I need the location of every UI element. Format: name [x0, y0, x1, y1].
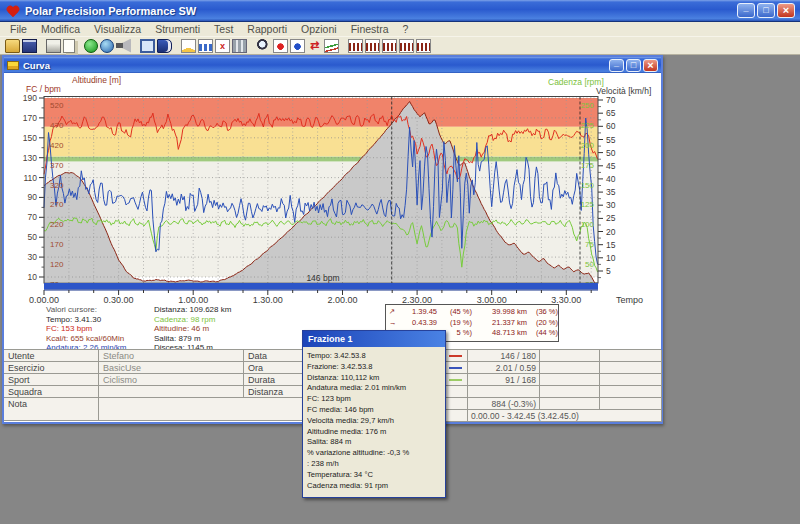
- summary-value: [600, 398, 662, 410]
- curva-minimize-button[interactable]: [609, 59, 624, 72]
- hr-view-5-icon[interactable]: [416, 39, 431, 53]
- field-value[interactable]: BasicUse: [99, 362, 244, 374]
- menu-item-test[interactable]: Test: [207, 23, 240, 35]
- svg-text:10: 10: [606, 253, 616, 263]
- popup-stat-line: Frazione: 3.42.53.8: [307, 362, 442, 373]
- svg-text:60: 60: [606, 121, 616, 131]
- field-value[interactable]: Ciclismo: [99, 374, 244, 386]
- curva-titlebar[interactable]: Curva: [4, 57, 661, 73]
- svg-text:10: 10: [28, 272, 38, 282]
- cursor-value-line: Altitudine: 46 m: [154, 324, 284, 334]
- svg-text:200: 200: [581, 141, 595, 150]
- speaker-icon[interactable]: [116, 39, 131, 53]
- chart-blue-marker-icon[interactable]: [290, 39, 305, 53]
- svg-text:50: 50: [28, 232, 38, 242]
- curva-maximize-button[interactable]: [626, 59, 641, 72]
- minimize-button[interactable]: [737, 3, 755, 18]
- summary-footer-row: 0.00.00 - 3.42.45 (3.42.45.0): [444, 410, 661, 422]
- save-icon[interactable]: [22, 39, 37, 53]
- menu-item-opzioni[interactable]: Opzioni: [294, 23, 344, 35]
- menu-item-rapporti[interactable]: Rapporti: [240, 23, 294, 35]
- print-icon[interactable]: [46, 39, 61, 53]
- svg-text:170: 170: [23, 113, 37, 123]
- summary-value: 884 (-0.3%): [468, 398, 540, 410]
- field-label: Utente: [4, 350, 99, 362]
- svg-text:30: 30: [606, 200, 616, 210]
- summary-value: [600, 386, 662, 398]
- svg-text:125: 125: [581, 200, 595, 209]
- svg-text:220: 220: [50, 220, 64, 229]
- svg-text:110: 110: [23, 173, 37, 183]
- toolbar-separator: [340, 39, 347, 53]
- chart-red-marker-icon[interactable]: [273, 39, 288, 53]
- summary-row: 91 / 168: [444, 374, 661, 386]
- cursor-value-line: Cadenza: 98 rpm: [154, 315, 284, 325]
- summary-row: 146 / 180: [444, 350, 661, 362]
- svg-text:1.00.00: 1.00.00: [178, 295, 208, 305]
- svg-text:50: 50: [585, 260, 594, 269]
- hr-view-3-icon[interactable]: [382, 39, 397, 53]
- summary-value: 2.01 / 0.59: [468, 362, 540, 374]
- toolbar-separator: [38, 39, 45, 53]
- menu-item-help[interactable]: ?: [396, 23, 416, 35]
- svg-text:5: 5: [606, 266, 611, 276]
- series-dash-icon: [444, 410, 468, 422]
- hr-view-1-icon[interactable]: [348, 39, 363, 53]
- cursor-value-line: Kcal/t: 655 kcal/60Min: [46, 334, 156, 344]
- menu-item-modifica[interactable]: Modifica: [34, 23, 87, 35]
- tooltip-row: →0.43.39(19 %)21.337 km(20 %): [389, 318, 555, 329]
- menu-item-visualizza[interactable]: Visualizza: [87, 23, 148, 35]
- curva-close-button[interactable]: [643, 59, 658, 72]
- close-button[interactable]: [777, 3, 795, 18]
- open-icon[interactable]: [5, 39, 20, 53]
- menu-item-finestra[interactable]: Finestra: [344, 23, 396, 35]
- frazione-popup-titlebar[interactable]: Frazione 1: [303, 331, 445, 347]
- field-value[interactable]: [99, 386, 244, 398]
- restore-button[interactable]: [757, 3, 775, 18]
- diary-icon[interactable]: [157, 39, 172, 53]
- columns-icon[interactable]: [232, 39, 247, 53]
- toolbar-separator: [76, 39, 83, 53]
- export-chart-icon[interactable]: [215, 39, 230, 53]
- monitor-icon[interactable]: [140, 39, 155, 53]
- menu-item-file[interactable]: File: [3, 23, 34, 35]
- svg-text:35: 35: [606, 187, 616, 197]
- swap-icon[interactable]: ⇄: [307, 39, 322, 53]
- svg-text:190: 190: [23, 93, 37, 103]
- hr-view-2-icon[interactable]: [365, 39, 380, 53]
- svg-text:100: 100: [581, 220, 595, 229]
- svg-text:50: 50: [606, 148, 616, 158]
- series-dash-icon: [444, 374, 468, 386]
- svg-text:65: 65: [606, 108, 616, 118]
- series-dash-icon: [444, 398, 468, 410]
- curva-chart[interactable]: 5202501904702251704202001503701751303201…: [4, 93, 661, 305]
- zoom-icon[interactable]: [256, 39, 271, 53]
- summary-value: [540, 362, 600, 374]
- field-label: Squadra: [4, 386, 99, 398]
- multi-curve-icon[interactable]: [324, 39, 339, 53]
- svg-text:90: 90: [28, 192, 38, 202]
- record-icon[interactable]: [84, 39, 98, 53]
- field-value[interactable]: Stefano: [99, 350, 244, 362]
- svg-text:30: 30: [28, 252, 38, 262]
- svg-text:55: 55: [606, 135, 616, 145]
- popup-stat-line: : 238 m/h: [307, 459, 442, 470]
- summary-value: 91 / 168: [468, 374, 540, 386]
- svg-text:320: 320: [50, 181, 64, 190]
- field-label: Sport: [4, 374, 99, 386]
- globe-icon[interactable]: [100, 39, 114, 53]
- window-controls: [737, 3, 795, 18]
- menu-item-strumenti[interactable]: Strumenti: [148, 23, 207, 35]
- area-chart-icon[interactable]: [181, 39, 196, 53]
- svg-text:2.00.00: 2.00.00: [327, 295, 357, 305]
- toolbar: ⇄: [0, 37, 800, 55]
- copy-icon[interactable]: [63, 39, 75, 53]
- hr-view-4-icon[interactable]: [399, 39, 414, 53]
- summary-value: [600, 362, 662, 374]
- frazione-popup[interactable]: Frazione 1 Tempo: 3.42.53.8Frazione: 3.4…: [302, 330, 446, 498]
- popup-stat-line: Altitudine media: 176 m: [307, 427, 442, 438]
- bar-chart-icon[interactable]: [198, 39, 213, 53]
- titlebar: Polar Precision Performance SW: [0, 0, 800, 22]
- svg-text:45: 45: [606, 161, 616, 171]
- svg-text:75: 75: [585, 240, 594, 249]
